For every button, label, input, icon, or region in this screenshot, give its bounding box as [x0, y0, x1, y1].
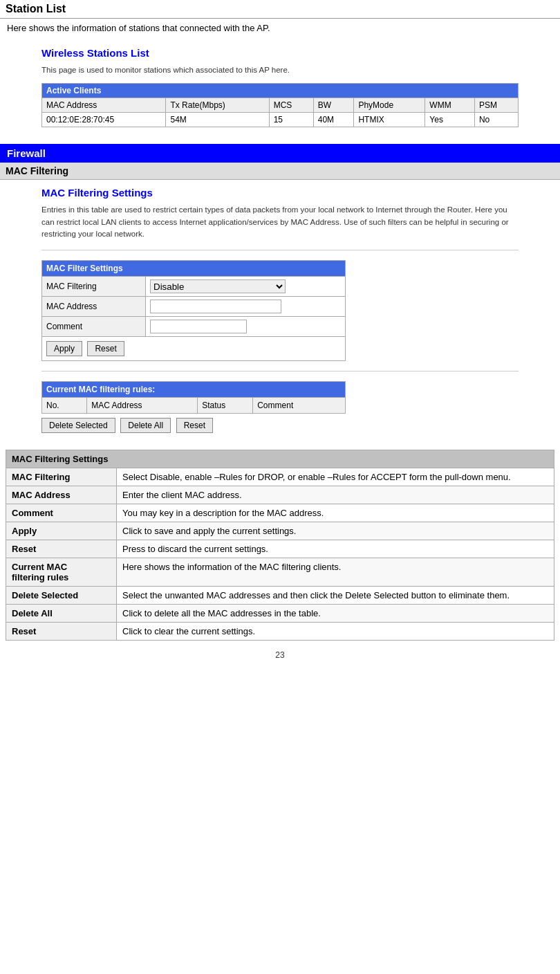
mf-header-label: MAC Filter Settings: [42, 261, 346, 277]
mf-filtering-row: MAC Filtering Disable Enable –Rules for …: [42, 277, 346, 297]
cell-wmm: Yes: [425, 113, 475, 127]
delete-all-button[interactable]: Delete All: [120, 418, 171, 433]
wireless-stations-inner: Wireless Stations List This page is used…: [41, 40, 519, 134]
ref-value-7: Click to delete all the MAC addresses in…: [117, 605, 554, 623]
ref-row-2: Comment You may key in a description for…: [6, 504, 554, 522]
reset-rules-button[interactable]: Reset: [176, 418, 213, 433]
ref-row-1: MAC Address Enter the client MAC address…: [6, 486, 554, 504]
mac-filtering-title: MAC Filtering: [0, 163, 560, 180]
station-list-title: Station List: [0, 0, 560, 19]
ref-row-6: Delete Selected Select the unwanted MAC …: [6, 587, 554, 605]
ref-header-label: MAC Filtering Settings: [6, 450, 554, 468]
ref-label-6: Delete Selected: [6, 587, 117, 605]
ref-label-2: Comment: [6, 504, 117, 522]
station-list-section: Station List Here shows the information …: [0, 0, 560, 134]
wireless-stations-table: Active Clients MAC Address Tx Rate(Mbps)…: [41, 83, 519, 127]
separator-top: [41, 250, 519, 250]
ref-value-8: Click to clear the current settings.: [117, 623, 554, 641]
ref-label-3: Apply: [6, 522, 117, 540]
firewall-section: Firewall: [0, 144, 560, 163]
mf-filtering-select-cell: Disable Enable –Rules for DROP Enable –R…: [146, 277, 346, 297]
comment-input[interactable]: [150, 320, 247, 333]
cmf-col-mac: MAC Address: [87, 398, 198, 414]
table-active-clients-row: Active Clients: [42, 84, 519, 98]
mf-comment-row: Comment: [42, 317, 346, 337]
ref-label-7: Delete All: [6, 605, 117, 623]
ref-label-1: MAC Address: [6, 486, 117, 504]
mf-header-row: MAC Filter Settings: [42, 261, 346, 277]
col-mac-address: MAC Address: [42, 98, 166, 113]
active-clients-label: Active Clients: [42, 84, 519, 98]
delete-selected-button[interactable]: Delete Selected: [41, 418, 115, 433]
cmf-col-status: Status: [198, 398, 253, 414]
cell-phymode: HTMIX: [354, 113, 425, 127]
mf-buttons-row: Apply Reset: [42, 337, 346, 361]
current-mac-rules-table: Current MAC filtering rules: No. MAC Add…: [41, 381, 346, 414]
table-columns-row: MAC Address Tx Rate(Mbps) MCS BW PhyMode…: [42, 98, 519, 113]
ref-value-1: Enter the client MAC address.: [117, 486, 554, 504]
ref-value-6: Select the unwanted MAC addresses and th…: [117, 587, 554, 605]
cell-mcs: 15: [269, 113, 313, 127]
cmf-col-comment: Comment: [253, 398, 346, 414]
mac-filtering-desc: Entries in this table are used to restri…: [41, 204, 519, 240]
mf-comment-input-cell: [146, 317, 346, 337]
mf-comment-label: Comment: [42, 317, 146, 337]
mf-address-label: MAC Address: [42, 297, 146, 317]
ref-header-row: MAC Filtering Settings: [6, 450, 554, 468]
station-list-intro: Here shows the information of stations t…: [0, 19, 560, 40]
cmf-col-row: No. MAC Address Status Comment: [42, 398, 346, 414]
ref-row-5: Current MACfiltering rules Here shows th…: [6, 558, 554, 587]
ref-row-8: Reset Click to clear the current setting…: [6, 623, 554, 641]
col-psm: PSM: [474, 98, 518, 113]
wireless-stations-title: Wireless Stations List: [41, 47, 519, 59]
col-tx-rate: Tx Rate(Mbps): [166, 98, 269, 113]
col-phymode: PhyMode: [354, 98, 425, 113]
mf-address-input-cell: [146, 297, 346, 317]
cell-tx: 54M: [166, 113, 269, 127]
mac-address-input[interactable]: [150, 300, 281, 313]
ref-value-4: Press to discard the current settings.: [117, 540, 554, 558]
ref-row-7: Delete All Click to delete all the MAC a…: [6, 605, 554, 623]
col-wmm: WMM: [425, 98, 475, 113]
ref-label-4: Reset: [6, 540, 117, 558]
ref-table: MAC Filtering Settings MAC Filtering Sel…: [6, 450, 554, 641]
page-number: 23: [0, 643, 560, 667]
reset-button[interactable]: Reset: [87, 341, 124, 356]
mf-address-row: MAC Address: [42, 297, 346, 317]
ref-table-container: MAC Filtering Settings MAC Filtering Sel…: [0, 440, 560, 643]
cell-psm: No: [474, 113, 518, 127]
ref-value-3: Click to save and apply the current sett…: [117, 522, 554, 540]
mf-filtering-label: MAC Filtering: [42, 277, 146, 297]
cell-bw: 40M: [313, 113, 354, 127]
separator-mid: [41, 371, 519, 371]
table-row: 00:12:0E:28:70:45 54M 15 40M HTMIX Yes N…: [42, 113, 519, 127]
rule-buttons-container: Delete Selected Delete All Reset: [41, 418, 519, 433]
mac-filtering-inner: MAC Filtering Settings Entries in this t…: [41, 180, 519, 440]
ref-label-0: MAC Filtering: [6, 468, 117, 486]
firewall-title: Firewall: [0, 144, 560, 163]
mac-filtering-inner-title: MAC Filtering Settings: [41, 187, 519, 199]
mac-filtering-section: MAC Filtering MAC Filtering Settings Ent…: [0, 163, 560, 440]
mf-buttons-cell: Apply Reset: [42, 337, 346, 361]
ref-value-2: You may key in a description for the MAC…: [117, 504, 554, 522]
ref-row-4: Reset Press to discard the current setti…: [6, 540, 554, 558]
col-bw: BW: [313, 98, 354, 113]
wireless-stations-desc: This page is used to monitor stations wh…: [41, 64, 519, 76]
cmf-header-row: Current MAC filtering rules:: [42, 382, 346, 398]
ref-label-5: Current MACfiltering rules: [6, 558, 117, 587]
cmf-col-no: No.: [42, 398, 87, 414]
cell-mac: 00:12:0E:28:70:45: [42, 113, 166, 127]
ref-value-0: Select Disable, enable –Rules for DROP, …: [117, 468, 554, 486]
mac-filtering-select[interactable]: Disable Enable –Rules for DROP Enable –R…: [150, 279, 286, 293]
cmf-header-label: Current MAC filtering rules:: [42, 382, 346, 398]
ref-row-0: MAC Filtering Select Disable, enable –Ru…: [6, 468, 554, 486]
ref-value-5: Here shows the information of the MAC fi…: [117, 558, 554, 587]
ref-label-8: Reset: [6, 623, 117, 641]
mac-filter-settings-table: MAC Filter Settings MAC Filtering Disabl…: [41, 260, 346, 361]
apply-button[interactable]: Apply: [46, 341, 82, 356]
col-mcs: MCS: [269, 98, 313, 113]
ref-row-3: Apply Click to save and apply the curren…: [6, 522, 554, 540]
